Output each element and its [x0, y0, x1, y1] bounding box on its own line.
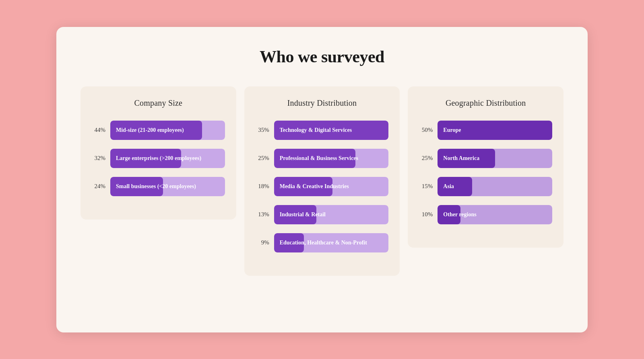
bar-container: Industrial & Retail	[274, 205, 389, 224]
bar-row: 18%Media & Creative Industries	[256, 177, 389, 196]
section-geographic-distribution: Geographic Distribution50%Europe25%North…	[408, 86, 564, 248]
section-industry-distribution: Industry Distribution35%Technology & Dig…	[244, 86, 400, 276]
bar-percent: 18%	[256, 183, 269, 190]
bar-row: 44%Mid-size (21-200 employees)	[92, 121, 225, 140]
bar-container: Small businesses (<20 employees)	[110, 177, 225, 196]
bar-percent: 13%	[256, 211, 269, 218]
bar-percent: 24%	[92, 183, 105, 190]
bar-row: 9%Education, Healthcare & Non-Profit	[256, 233, 389, 252]
bar-label: Education, Healthcare & Non-Profit	[280, 240, 367, 246]
bar-row: 25%North America	[419, 149, 552, 168]
main-card: Who we surveyed Company Size44%Mid-size …	[56, 27, 588, 332]
bar-container: Asia	[438, 177, 552, 196]
bar-fill	[438, 177, 472, 196]
bar-label: Asia	[443, 183, 454, 190]
charts-row: Company Size44%Mid-size (21-200 employee…	[80, 86, 564, 276]
bar-label: Small businesses (<20 employees)	[116, 183, 196, 190]
section-title-geographic-distribution: Geographic Distribution	[419, 98, 552, 108]
bar-label: Professional & Business Services	[280, 155, 358, 162]
bar-label: Europe	[443, 127, 461, 133]
section-title-company-size: Company Size	[92, 98, 225, 108]
bar-label: Large enterprises (>200 employees)	[116, 155, 201, 162]
bar-percent: 25%	[256, 155, 269, 162]
bar-percent: 35%	[256, 127, 269, 133]
bar-percent: 50%	[419, 127, 433, 133]
bar-percent: 25%	[419, 155, 433, 162]
bar-percent: 9%	[256, 239, 269, 246]
bar-label: Technology & Digital Services	[280, 127, 352, 133]
bar-row: 35%Technology & Digital Services	[256, 121, 389, 140]
section-title-industry-distribution: Industry Distribution	[256, 98, 389, 108]
bar-container: Europe	[438, 121, 552, 140]
section-company-size: Company Size44%Mid-size (21-200 employee…	[80, 86, 236, 220]
bar-row: 32%Large enterprises (>200 employees)	[92, 149, 225, 168]
bar-percent: 10%	[419, 211, 433, 218]
bar-row: 25%Professional & Business Services	[256, 149, 389, 168]
bar-container: Large enterprises (>200 employees)	[110, 149, 225, 168]
bar-row: 24%Small businesses (<20 employees)	[92, 177, 225, 196]
bar-row: 13%Industrial & Retail	[256, 205, 389, 224]
bar-label: Media & Creative Industries	[280, 183, 349, 190]
bar-label: Other regions	[443, 211, 476, 218]
bar-container: Other regions	[438, 205, 552, 224]
bar-row: 15%Asia	[419, 177, 552, 196]
bar-label: Industrial & Retail	[280, 211, 326, 218]
bar-row: 50%Europe	[419, 121, 552, 140]
bar-container: Education, Healthcare & Non-Profit	[274, 233, 389, 252]
page-title: Who we surveyed	[80, 47, 564, 66]
bar-percent: 15%	[419, 183, 433, 190]
bar-container: Technology & Digital Services	[274, 121, 389, 140]
bar-container: Mid-size (21-200 employees)	[110, 121, 225, 140]
bar-percent: 32%	[92, 155, 105, 162]
bar-percent: 44%	[92, 127, 105, 133]
bar-label: Mid-size (21-200 employees)	[116, 127, 184, 133]
bar-container: Media & Creative Industries	[274, 177, 389, 196]
bar-label: North America	[443, 155, 479, 162]
bar-row: 10%Other regions	[419, 205, 552, 224]
bar-container: Professional & Business Services	[274, 149, 389, 168]
bar-container: North America	[438, 149, 552, 168]
